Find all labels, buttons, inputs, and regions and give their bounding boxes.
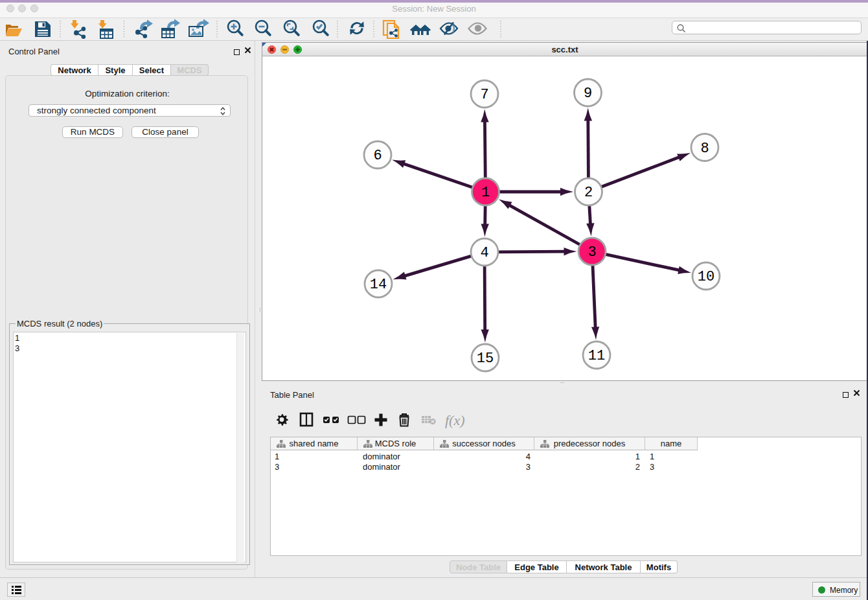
svg-text:9: 9 bbox=[584, 86, 592, 102]
svg-text:15: 15 bbox=[477, 351, 494, 367]
svg-text:10: 10 bbox=[698, 269, 714, 285]
svg-text:1: 1 bbox=[481, 185, 490, 201]
svg-text:6: 6 bbox=[373, 148, 382, 164]
svg-text:2: 2 bbox=[584, 185, 593, 201]
svg-text:f(x): f(x) bbox=[445, 412, 465, 428]
svg-text:14: 14 bbox=[370, 277, 387, 293]
svg-text:11: 11 bbox=[588, 348, 605, 364]
svg-text:3: 3 bbox=[588, 244, 596, 260]
svg-text:8: 8 bbox=[700, 141, 709, 157]
svg-text:7: 7 bbox=[480, 87, 488, 103]
svg-text:4: 4 bbox=[480, 245, 488, 261]
